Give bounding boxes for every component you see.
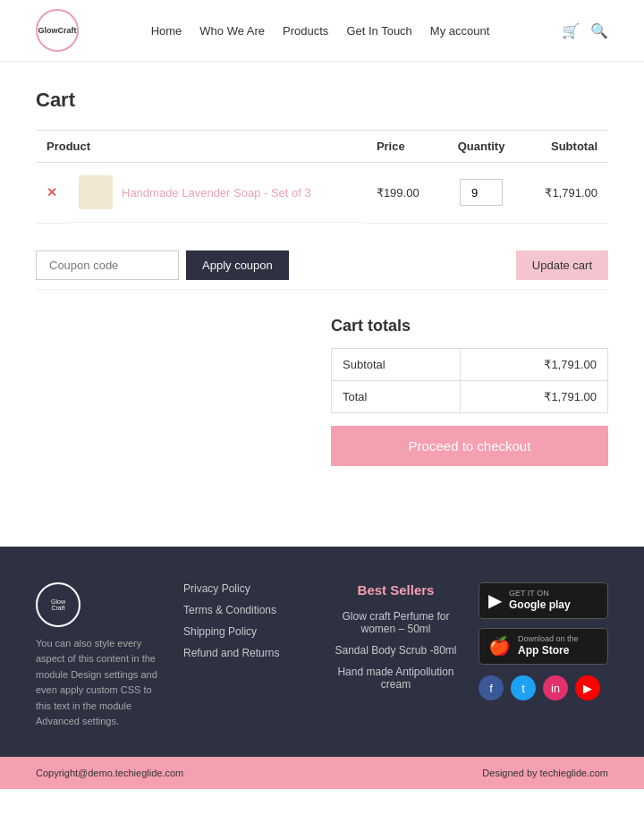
designed-by-text: Designed by techieglide.com <box>482 768 608 778</box>
remove-item-button[interactable]: ✕ <box>47 185 57 199</box>
col-quantity: Quantity <box>441 131 521 163</box>
cart-icon[interactable]: 🛒 <box>562 22 580 39</box>
facebook-icon[interactable]: f <box>479 675 504 700</box>
search-icon[interactable]: 🔍 <box>590 22 608 39</box>
footer-grid: GlowCraft You can also style every aspec… <box>36 582 608 758</box>
nav-my-account[interactable]: My account <box>430 24 489 38</box>
update-cart-button[interactable]: Update cart <box>516 250 608 280</box>
footer-logo-col: GlowCraft You can also style every aspec… <box>36 582 165 731</box>
google-play-label: GET IT ON <box>509 589 571 599</box>
footer-logo: GlowCraft <box>36 582 80 627</box>
footer-refund-returns[interactable]: Refund and Returns <box>183 647 313 659</box>
google-play-store: Google play <box>509 598 571 611</box>
page-title: Cart <box>36 89 608 112</box>
google-play-badge[interactable]: ▶ GET IT ON Google play <box>479 582 608 619</box>
quantity-input[interactable] <box>460 179 503 206</box>
nav-who-we-are[interactable]: Who We Are <box>199 24 265 38</box>
footer: GlowCraft You can also style every aspec… <box>0 547 644 790</box>
app-store-icon: 🍎 <box>488 635 511 657</box>
nav-get-in-touch[interactable]: Get In Touch <box>346 24 411 38</box>
col-price: Price <box>366 131 441 163</box>
subtotal-row: Subtotal ₹1,791.00 <box>332 348 608 380</box>
coupon-left: Apply coupon <box>36 250 289 280</box>
cart-totals-box: Cart totals Subtotal ₹1,791.00 Total ₹1,… <box>331 317 608 466</box>
footer-terms-conditions[interactable]: Terms & Conditions <box>183 604 313 616</box>
logo-text: GlowCraft <box>38 26 76 35</box>
col-subtotal: Subtotal <box>521 131 608 163</box>
footer-bestsellers-col: Best Sellers Glow craft Perfume for wome… <box>331 582 461 731</box>
app-store-text: Download on the App Store <box>518 634 579 658</box>
total-label: Total <box>332 380 461 412</box>
table-row: ✕ Handmade Lavender Soap - Set of 3 ₹199… <box>36 163 608 224</box>
twitter-icon[interactable]: t <box>511 675 536 700</box>
cart-table: Product Price Quantity Subtotal ✕ Handma… <box>36 130 608 224</box>
cart-totals-title: Cart totals <box>331 317 608 335</box>
google-play-icon: ▶ <box>488 590 502 611</box>
proceed-to-checkout-button[interactable]: Proceed to checkout <box>331 426 608 466</box>
copyright-text: Copyright@demo.techieglide.com <box>36 768 183 778</box>
app-store-badge[interactable]: 🍎 Download on the App Store <box>479 628 608 665</box>
header-icons: 🛒 🔍 <box>562 22 608 39</box>
product-price: ₹199.00 <box>366 163 441 224</box>
footer-shipping-policy[interactable]: Shipping Policy <box>183 625 313 638</box>
footer-logo-text: GlowCraft <box>51 598 65 611</box>
product-name-link[interactable]: Handmade Lavender Soap - Set of 3 <box>122 186 311 199</box>
bestsellers-title: Best Sellers <box>331 582 461 598</box>
logo[interactable]: GlowCraft <box>36 9 79 52</box>
youtube-icon[interactable]: ▶ <box>575 675 600 700</box>
nav-products[interactable]: Products <box>283 24 328 38</box>
footer-apps-col: ▶ GET IT ON Google play 🍎 Download on th… <box>479 582 608 731</box>
cart-totals-section: Cart totals Subtotal ₹1,791.00 Total ₹1,… <box>36 317 608 466</box>
subtotal-label: Subtotal <box>332 348 461 380</box>
footer-links-col: Privacy Policy Terms & Conditions Shippi… <box>183 582 313 731</box>
product-quantity-cell <box>441 163 521 224</box>
product-thumbnail <box>79 175 113 209</box>
footer-description: You can also style every aspect of this … <box>36 636 165 731</box>
bestseller-item[interactable]: Glow craft Perfume for women – 50ml <box>331 610 461 635</box>
coupon-input[interactable] <box>36 250 179 280</box>
footer-bottom: Copyright@demo.techieglide.com Designed … <box>0 757 644 789</box>
instagram-icon[interactable]: in <box>543 675 568 700</box>
social-icons: f t in ▶ <box>479 675 608 700</box>
total-value: ₹1,791.00 <box>460 380 607 412</box>
subtotal-value: ₹1,791.00 <box>460 348 607 380</box>
google-play-text: GET IT ON Google play <box>509 589 571 613</box>
app-store-name: App Store <box>518 644 569 657</box>
product-subtotal: ₹1,791.00 <box>521 163 608 224</box>
bestseller-item[interactable]: Sandal Body Scrub -80ml <box>331 644 461 657</box>
main-content: Cart Product Price Quantity Subtotal ✕ H… <box>0 62 644 547</box>
app-store-label: Download on the <box>518 634 579 645</box>
apply-coupon-button[interactable]: Apply coupon <box>186 250 289 280</box>
total-row: Total ₹1,791.00 <box>332 380 608 412</box>
coupon-row: Apply coupon Update cart <box>36 242 608 290</box>
main-nav: Home Who We Are Products Get In Touch My… <box>151 24 490 38</box>
nav-home[interactable]: Home <box>151 24 182 38</box>
header: GlowCraft Home Who We Are Products Get I… <box>0 0 644 62</box>
totals-table: Subtotal ₹1,791.00 Total ₹1,791.00 <box>331 348 608 413</box>
bestseller-item[interactable]: Hand made Antipollution cream <box>331 666 461 691</box>
col-product: Product <box>36 131 366 163</box>
footer-privacy-policy[interactable]: Privacy Policy <box>183 582 313 595</box>
